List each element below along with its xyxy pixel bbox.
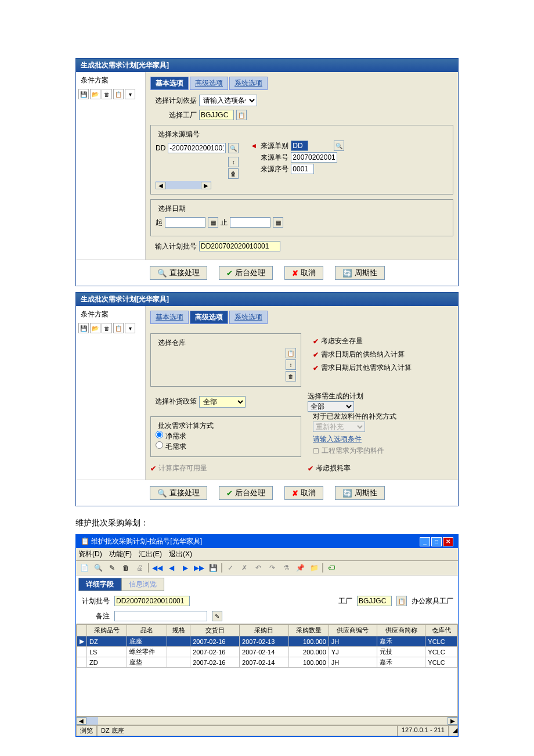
- cancel-button[interactable]: ✘取消: [284, 266, 323, 280]
- tab-basic[interactable]: 基本选项: [150, 77, 189, 90]
- pin-icon[interactable]: 📌: [294, 562, 306, 574]
- edit-icon[interactable]: ✎: [106, 562, 118, 574]
- scroll-left-icon[interactable]: ◀: [156, 182, 166, 189]
- tab-advanced[interactable]: 高级选项: [190, 77, 228, 90]
- resize-grip-icon[interactable]: ◢: [449, 725, 458, 736]
- menu-data[interactable]: 资料(D): [78, 549, 102, 559]
- table-row[interactable]: LS螺丝零件 2007-02-162007-02-14 200.000 YJ元技…: [77, 647, 457, 657]
- batch-no-input[interactable]: [114, 596, 190, 606]
- dropdown-icon[interactable]: ▾: [125, 89, 135, 99]
- data-grid[interactable]: 采购品号 品名 规格 交货日 采购日 采购数量 供应商编号 供应商简称 仓库代 …: [76, 624, 458, 717]
- direct-process-button[interactable]: 🔍直接处理: [150, 486, 207, 500]
- close-icon[interactable]: ✕: [443, 537, 453, 546]
- next-icon[interactable]: ▶: [179, 562, 191, 574]
- menu-exit[interactable]: 退出(X): [169, 549, 192, 559]
- menu-export[interactable]: 汇出(E): [139, 549, 162, 559]
- source-lookup-icon[interactable]: 🔍: [228, 143, 239, 153]
- radio-net[interactable]: 净需求: [156, 432, 186, 440]
- col-code[interactable]: 采购品号: [87, 625, 127, 636]
- col-vendor-name[interactable]: 供应商简称: [377, 625, 425, 636]
- backend-process-button[interactable]: ✔后台处理: [219, 486, 273, 500]
- periodic-button[interactable]: 🔄周期性: [335, 266, 385, 280]
- wh-list-icon[interactable]: 📋: [286, 348, 296, 358]
- src-no-input[interactable]: [291, 152, 337, 163]
- tab-basic[interactable]: 基本选项: [150, 311, 189, 324]
- policy-select[interactable]: 全部: [199, 396, 246, 408]
- tab-detail-fields[interactable]: 详细字段: [78, 578, 121, 591]
- col-vendor-code[interactable]: 供应商编号: [329, 625, 377, 636]
- factory-input3[interactable]: [357, 596, 392, 606]
- chk-demand-after[interactable]: ✔需求日期后其他需求纳入计算: [313, 363, 412, 373]
- date-to-picker-icon[interactable]: ▦: [273, 217, 283, 228]
- chk-safety-stock[interactable]: ✔考虑安全存量: [313, 336, 363, 346]
- tab-system[interactable]: 系统选项: [229, 77, 268, 90]
- src-lookup-icon[interactable]: 🔍: [334, 141, 344, 151]
- open-icon[interactable]: 📂: [90, 89, 100, 99]
- tab-advanced[interactable]: 高级选项: [190, 311, 228, 324]
- delete-icon[interactable]: 🗑: [102, 89, 112, 99]
- wh-delete-icon[interactable]: 🗑: [286, 371, 296, 381]
- periodic-icon: 🔄: [342, 489, 352, 498]
- minimize-icon[interactable]: _: [420, 537, 430, 546]
- remark-label: 备注: [81, 611, 110, 621]
- col-qty[interactable]: 采购数量: [288, 625, 329, 636]
- wh-expand-icon[interactable]: ↕: [286, 359, 296, 370]
- direct-process-button[interactable]: 🔍直接处理: [150, 266, 207, 280]
- delete-icon[interactable]: 🗑: [102, 323, 112, 333]
- backend-process-button[interactable]: ✔后台处理: [219, 266, 273, 280]
- radio-gross[interactable]: 毛需求: [156, 442, 186, 451]
- save-icon[interactable]: 💾: [78, 323, 89, 333]
- maximize-icon[interactable]: □: [431, 537, 442, 546]
- col-delivery[interactable]: 交货日: [190, 625, 240, 636]
- chk-supply-after[interactable]: ✔需求日期后的供给纳入计算: [313, 350, 405, 359]
- cancel-button[interactable]: ✘取消: [284, 486, 323, 500]
- first-icon[interactable]: ◀◀: [151, 562, 163, 574]
- list-icon[interactable]: 📋: [113, 323, 124, 333]
- save-icon[interactable]: 💾: [78, 89, 89, 99]
- folder-icon[interactable]: 📁: [308, 562, 320, 574]
- delete-item-icon[interactable]: 🗑: [228, 168, 239, 179]
- list-icon[interactable]: 📋: [113, 89, 124, 99]
- preview-icon[interactable]: 🔍: [92, 562, 104, 574]
- hscroll-right-icon[interactable]: ▶: [448, 717, 458, 725]
- remark-input[interactable]: [114, 611, 207, 621]
- date-from-picker-icon[interactable]: ▦: [208, 217, 218, 228]
- dropdown-icon[interactable]: ▾: [125, 323, 135, 333]
- batch-input[interactable]: [199, 241, 280, 251]
- source-code-input[interactable]: [168, 143, 226, 153]
- col-spec[interactable]: 规格: [167, 625, 190, 636]
- date-to-input[interactable]: [230, 217, 270, 228]
- placeholder-link[interactable]: 请输入选项条件: [313, 434, 453, 444]
- plan-gen-select[interactable]: 全部: [308, 401, 354, 412]
- window3-title: 维护批次采购计划-按品号[光华家具]: [91, 537, 202, 545]
- scroll-right-icon[interactable]: ▶: [201, 182, 211, 189]
- tab-info-browse[interactable]: 信息浏览: [121, 578, 164, 591]
- col-purchase[interactable]: 采购日: [240, 625, 289, 636]
- periodic-button[interactable]: 🔄周期性: [335, 486, 385, 500]
- col-wh[interactable]: 仓库代: [425, 625, 457, 636]
- col-name[interactable]: 品名: [127, 625, 167, 636]
- date-from-label: 起: [156, 218, 163, 228]
- prev-icon[interactable]: ◀: [165, 562, 177, 574]
- table-row[interactable]: ZD座垫 2007-02-162007-02-14 100.000 JH嘉禾YC…: [77, 657, 457, 668]
- chk-loss-rate[interactable]: ✔考虑损耗率: [308, 463, 453, 473]
- tab-system[interactable]: 系统选项: [229, 311, 268, 324]
- batch-no-label: 计划批号: [81, 596, 110, 606]
- last-icon[interactable]: ▶▶: [193, 562, 205, 574]
- hscroll-left-icon[interactable]: ◀: [76, 717, 86, 725]
- table-row[interactable]: ▶ DZ底座 2007-02-162007-02-13 100.000 JH嘉禾…: [77, 636, 457, 647]
- open-icon[interactable]: 📂: [90, 323, 100, 333]
- menu-function[interactable]: 功能(F): [109, 549, 132, 559]
- src-type-input[interactable]: [291, 141, 308, 151]
- tag-icon[interactable]: 🏷: [326, 562, 337, 574]
- new-icon[interactable]: 📄: [78, 562, 90, 574]
- factory-input[interactable]: [199, 110, 234, 120]
- src-seq-input[interactable]: [291, 164, 314, 174]
- plan-basis-select[interactable]: 请输入选项条件: [199, 95, 257, 106]
- trash-icon[interactable]: 🗑: [120, 562, 132, 574]
- expand-icon[interactable]: ↕: [228, 157, 239, 167]
- date-from-input[interactable]: [165, 217, 205, 228]
- factory-lookup-icon[interactable]: 📋: [236, 110, 247, 120]
- remark-edit-icon[interactable]: ✎: [212, 611, 222, 621]
- factory-lookup-icon[interactable]: 📋: [396, 596, 407, 606]
